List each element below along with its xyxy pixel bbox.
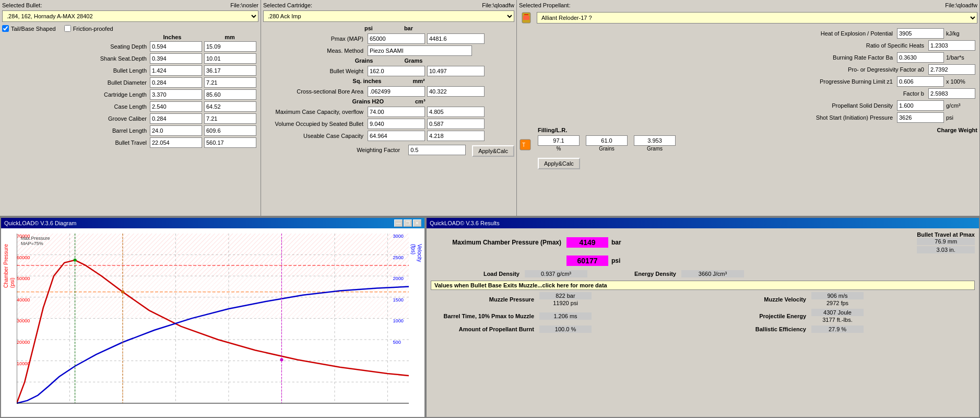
wf-label: Weighting Factor [300,147,404,153]
bore-sqin-input[interactable] [368,86,425,97]
cartridge-length-inches[interactable] [150,89,202,100]
barrel-time-item: Barrel Time, 10% Pmax to Muzzle 1.206 ms [435,309,699,323]
vosb-cm3-input[interactable] [427,119,485,129]
pmax-psi-input[interactable] [368,33,425,44]
col-header-mm: mm [201,34,258,40]
charge-grams-input[interactable] [634,135,676,146]
load-density-label: Load Density [431,271,525,277]
friction-checkbox[interactable] [64,25,71,32]
bullet-diameter-inches[interactable] [150,77,202,88]
heat-unit: kJ/kg [946,30,977,37]
bullet-diameter-mm[interactable] [204,77,256,88]
muzzle-pressure-psi: 11920 psi [539,299,592,307]
proj-energy-label: Projectile Energy [707,313,811,319]
barrel-length-label: Barrel Length [2,127,150,134]
bw-grams-input[interactable] [427,66,485,76]
load-density-value: 0.937 g/cm³ [525,270,587,277]
wf-input[interactable] [408,145,466,155]
filling-label: Filling/L.R. [538,127,567,133]
case-length-label: Case Length [2,103,150,110]
col-sqin: Sq. inches [352,78,381,84]
tail-checkbox-label[interactable]: Tail/Base Shaped [2,25,56,32]
factor-b-label: Factor b [519,90,928,97]
seating-depth-mm[interactable] [204,41,256,52]
meas-input[interactable] [368,45,472,56]
bore-mm2-input[interactable] [427,86,485,97]
solid-density-input[interactable] [897,100,944,111]
burn-rate-input[interactable] [897,52,944,63]
barrel-length-mm[interactable] [204,125,256,136]
propellant-dropdown[interactable]: Alliant Reloder-17 ? [537,12,977,24]
col-grams: Grams [405,57,423,64]
bullet-length-inches[interactable] [150,65,202,76]
barrel-length-inches[interactable] [150,125,202,136]
propellant-apply-button[interactable]: Apply&Calc [538,158,580,169]
shot-start-input[interactable] [897,112,944,123]
ucc-cm3-input[interactable] [427,131,485,141]
cartridge-apply-button[interactable]: Apply&Calc [472,145,514,157]
energy-density-value: 3660 J/cm³ [681,270,744,277]
bullet-travel-inches[interactable] [150,137,202,148]
svg-text:500: 500 [393,340,401,345]
degressivity-label: Pro- or Degressivity Factor a0 [519,66,928,73]
degressivity-row: Pro- or Degressivity Factor a0 [519,64,977,75]
energy-density-label: Energy Density [598,271,681,277]
cartridge-length-mm[interactable] [204,89,256,100]
seating-depth-inches[interactable] [150,41,202,52]
groove-caliber-inches[interactable] [150,113,202,124]
cartridge-file-path: File:\qloadfw [482,2,514,8]
diagram-restore-btn[interactable]: ❐ [404,219,412,227]
filling-value-input[interactable] [538,135,580,146]
prog-burn-label: Progressive Burning Limit z1 [519,78,897,85]
bullet-length-mm[interactable] [204,65,256,76]
case-length-mm[interactable] [204,101,256,112]
mcc-cm3-input[interactable] [427,107,485,117]
friction-checkbox-label[interactable]: Friction-proofed [64,25,113,32]
ucc-label: Useable Case Capacity [263,133,368,139]
propellant-icon [519,10,534,25]
muzzle-section-header[interactable]: Values when Bullet Base Exits Muzzle...c… [431,281,975,290]
charge-grains-input[interactable] [586,135,628,146]
case-length-inches[interactable] [150,101,202,112]
vosb-h2o-input[interactable] [368,119,425,129]
groove-caliber-row: Groove Caliber [2,113,258,124]
svg-point-42 [280,358,283,361]
diagram-title: QuickLOAD© V.3.6 Diagram [4,220,77,226]
friction-label: Friction-proofed [73,26,113,32]
bw-grains-input[interactable] [368,66,425,76]
prop-burnt-value: 100.0 % [539,326,592,333]
heat-input[interactable] [897,28,944,39]
bullet-dropdown[interactable]: .284, 162, Hornady A-MAX 28402 [2,10,258,22]
results-titlebar: QuickLOAD© V.3.6 Results [427,218,979,228]
groove-caliber-mm[interactable] [204,113,256,124]
prog-burn-input[interactable] [897,76,944,87]
muzzle-velocity-label: Muzzle Velocity [707,296,811,303]
diagram-titlebar: QuickLOAD© V.3.6 Diagram — ❐ ✕ [1,218,424,228]
mcc-h2o-input[interactable] [368,107,425,117]
svg-rect-21 [17,276,409,318]
tail-checkbox[interactable] [2,25,9,32]
shank-seat-inches[interactable] [150,53,202,64]
muzzle-velocity-value: 906 m/s [811,292,864,299]
cartridge-dropdown[interactable]: .280 Ack Imp [263,10,514,22]
specific-heats-input[interactable] [928,40,975,51]
diagram-close-btn[interactable]: ✕ [413,219,421,227]
shot-start-unit: psi [946,114,977,121]
travel-value2: 3.03 in. [917,246,975,253]
svg-text:10000: 10000 [17,361,30,366]
bullet-travel-mm[interactable] [204,137,256,148]
muzzle-pressure-value: 822 bar [539,292,592,299]
shank-seat-mm[interactable] [204,53,256,64]
burn-rate-row: Burning Rate Factor Ba 1/bar*s [519,52,977,63]
factor-b-input[interactable] [928,88,975,99]
svg-rect-20 [17,234,409,276]
proj-energy-item: Projectile Energy 4307 Joule 3177 ft.-lb… [707,309,971,323]
ucc-h2o-input[interactable] [368,131,425,141]
pmax-bar-input[interactable] [427,33,485,44]
proj-energy-ftlbs: 3177 ft.-lbs. [811,316,864,323]
svg-text:2500: 2500 [393,255,404,260]
svg-point-40 [74,259,77,262]
degressivity-input[interactable] [928,64,975,75]
propellant-file-path: File:\qloadfw [945,2,977,8]
diagram-minimize-btn[interactable]: — [394,219,403,227]
